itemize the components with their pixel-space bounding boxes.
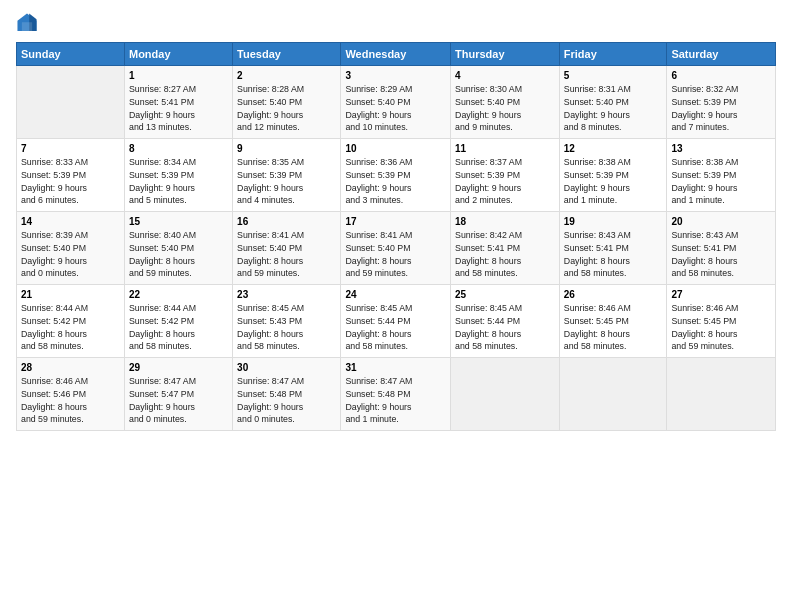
day-number: 8	[129, 143, 228, 154]
day-info: Sunrise: 8:27 AMSunset: 5:41 PMDaylight:…	[129, 83, 228, 134]
day-number: 31	[345, 362, 446, 373]
logo-icon	[16, 12, 38, 34]
weekday-header-sunday: Sunday	[17, 43, 125, 66]
day-info: Sunrise: 8:36 AMSunset: 5:39 PMDaylight:…	[345, 156, 446, 207]
day-info: Sunrise: 8:32 AMSunset: 5:39 PMDaylight:…	[671, 83, 771, 134]
day-number: 27	[671, 289, 771, 300]
calendar-cell: 22Sunrise: 8:44 AMSunset: 5:42 PMDayligh…	[124, 285, 232, 358]
day-info: Sunrise: 8:39 AMSunset: 5:40 PMDaylight:…	[21, 229, 120, 280]
calendar-cell: 21Sunrise: 8:44 AMSunset: 5:42 PMDayligh…	[17, 285, 125, 358]
calendar-cell: 7Sunrise: 8:33 AMSunset: 5:39 PMDaylight…	[17, 139, 125, 212]
weekday-header-friday: Friday	[559, 43, 667, 66]
day-info: Sunrise: 8:41 AMSunset: 5:40 PMDaylight:…	[237, 229, 336, 280]
calendar-cell	[451, 358, 560, 431]
day-number: 13	[671, 143, 771, 154]
day-info: Sunrise: 8:43 AMSunset: 5:41 PMDaylight:…	[564, 229, 663, 280]
day-info: Sunrise: 8:46 AMSunset: 5:45 PMDaylight:…	[671, 302, 771, 353]
week-row-5: 28Sunrise: 8:46 AMSunset: 5:46 PMDayligh…	[17, 358, 776, 431]
day-info: Sunrise: 8:35 AMSunset: 5:39 PMDaylight:…	[237, 156, 336, 207]
day-number: 26	[564, 289, 663, 300]
week-row-4: 21Sunrise: 8:44 AMSunset: 5:42 PMDayligh…	[17, 285, 776, 358]
day-number: 19	[564, 216, 663, 227]
week-row-2: 7Sunrise: 8:33 AMSunset: 5:39 PMDaylight…	[17, 139, 776, 212]
svg-rect-2	[22, 22, 32, 31]
day-info: Sunrise: 8:45 AMSunset: 5:44 PMDaylight:…	[455, 302, 555, 353]
calendar-cell	[17, 66, 125, 139]
calendar-cell: 29Sunrise: 8:47 AMSunset: 5:47 PMDayligh…	[124, 358, 232, 431]
calendar-cell	[667, 358, 776, 431]
calendar-cell: 25Sunrise: 8:45 AMSunset: 5:44 PMDayligh…	[451, 285, 560, 358]
weekday-header-monday: Monday	[124, 43, 232, 66]
calendar-cell: 19Sunrise: 8:43 AMSunset: 5:41 PMDayligh…	[559, 212, 667, 285]
day-number: 17	[345, 216, 446, 227]
calendar-cell: 30Sunrise: 8:47 AMSunset: 5:48 PMDayligh…	[233, 358, 341, 431]
day-info: Sunrise: 8:42 AMSunset: 5:41 PMDaylight:…	[455, 229, 555, 280]
calendar-cell: 2Sunrise: 8:28 AMSunset: 5:40 PMDaylight…	[233, 66, 341, 139]
weekday-header-row: SundayMondayTuesdayWednesdayThursdayFrid…	[17, 43, 776, 66]
day-info: Sunrise: 8:45 AMSunset: 5:43 PMDaylight:…	[237, 302, 336, 353]
calendar-cell: 23Sunrise: 8:45 AMSunset: 5:43 PMDayligh…	[233, 285, 341, 358]
day-info: Sunrise: 8:38 AMSunset: 5:39 PMDaylight:…	[671, 156, 771, 207]
day-number: 18	[455, 216, 555, 227]
day-number: 4	[455, 70, 555, 81]
day-info: Sunrise: 8:46 AMSunset: 5:45 PMDaylight:…	[564, 302, 663, 353]
day-info: Sunrise: 8:45 AMSunset: 5:44 PMDaylight:…	[345, 302, 446, 353]
logo	[16, 12, 42, 34]
calendar-cell: 1Sunrise: 8:27 AMSunset: 5:41 PMDaylight…	[124, 66, 232, 139]
calendar-cell: 10Sunrise: 8:36 AMSunset: 5:39 PMDayligh…	[341, 139, 451, 212]
day-info: Sunrise: 8:31 AMSunset: 5:40 PMDaylight:…	[564, 83, 663, 134]
calendar-cell: 17Sunrise: 8:41 AMSunset: 5:40 PMDayligh…	[341, 212, 451, 285]
calendar-page: SundayMondayTuesdayWednesdayThursdayFrid…	[0, 0, 792, 612]
day-number: 29	[129, 362, 228, 373]
calendar-cell: 28Sunrise: 8:46 AMSunset: 5:46 PMDayligh…	[17, 358, 125, 431]
day-info: Sunrise: 8:29 AMSunset: 5:40 PMDaylight:…	[345, 83, 446, 134]
day-info: Sunrise: 8:44 AMSunset: 5:42 PMDaylight:…	[129, 302, 228, 353]
day-number: 3	[345, 70, 446, 81]
day-info: Sunrise: 8:37 AMSunset: 5:39 PMDaylight:…	[455, 156, 555, 207]
day-number: 28	[21, 362, 120, 373]
day-info: Sunrise: 8:47 AMSunset: 5:48 PMDaylight:…	[345, 375, 446, 426]
day-number: 5	[564, 70, 663, 81]
day-number: 30	[237, 362, 336, 373]
day-info: Sunrise: 8:46 AMSunset: 5:46 PMDaylight:…	[21, 375, 120, 426]
weekday-header-wednesday: Wednesday	[341, 43, 451, 66]
weekday-header-thursday: Thursday	[451, 43, 560, 66]
day-info: Sunrise: 8:40 AMSunset: 5:40 PMDaylight:…	[129, 229, 228, 280]
calendar-cell: 12Sunrise: 8:38 AMSunset: 5:39 PMDayligh…	[559, 139, 667, 212]
calendar-cell: 3Sunrise: 8:29 AMSunset: 5:40 PMDaylight…	[341, 66, 451, 139]
calendar-cell	[559, 358, 667, 431]
day-number: 15	[129, 216, 228, 227]
calendar-cell: 31Sunrise: 8:47 AMSunset: 5:48 PMDayligh…	[341, 358, 451, 431]
week-row-3: 14Sunrise: 8:39 AMSunset: 5:40 PMDayligh…	[17, 212, 776, 285]
calendar-cell: 8Sunrise: 8:34 AMSunset: 5:39 PMDaylight…	[124, 139, 232, 212]
day-number: 22	[129, 289, 228, 300]
calendar-cell: 13Sunrise: 8:38 AMSunset: 5:39 PMDayligh…	[667, 139, 776, 212]
calendar-cell: 26Sunrise: 8:46 AMSunset: 5:45 PMDayligh…	[559, 285, 667, 358]
day-number: 16	[237, 216, 336, 227]
day-info: Sunrise: 8:44 AMSunset: 5:42 PMDaylight:…	[21, 302, 120, 353]
day-info: Sunrise: 8:34 AMSunset: 5:39 PMDaylight:…	[129, 156, 228, 207]
day-number: 2	[237, 70, 336, 81]
day-number: 10	[345, 143, 446, 154]
day-info: Sunrise: 8:41 AMSunset: 5:40 PMDaylight:…	[345, 229, 446, 280]
calendar-cell: 9Sunrise: 8:35 AMSunset: 5:39 PMDaylight…	[233, 139, 341, 212]
calendar-cell: 6Sunrise: 8:32 AMSunset: 5:39 PMDaylight…	[667, 66, 776, 139]
calendar-cell: 24Sunrise: 8:45 AMSunset: 5:44 PMDayligh…	[341, 285, 451, 358]
day-number: 12	[564, 143, 663, 154]
day-number: 6	[671, 70, 771, 81]
day-info: Sunrise: 8:30 AMSunset: 5:40 PMDaylight:…	[455, 83, 555, 134]
weekday-header-saturday: Saturday	[667, 43, 776, 66]
day-number: 9	[237, 143, 336, 154]
day-info: Sunrise: 8:28 AMSunset: 5:40 PMDaylight:…	[237, 83, 336, 134]
day-info: Sunrise: 8:47 AMSunset: 5:48 PMDaylight:…	[237, 375, 336, 426]
day-number: 21	[21, 289, 120, 300]
weekday-header-tuesday: Tuesday	[233, 43, 341, 66]
calendar-table: SundayMondayTuesdayWednesdayThursdayFrid…	[16, 42, 776, 431]
day-info: Sunrise: 8:33 AMSunset: 5:39 PMDaylight:…	[21, 156, 120, 207]
day-number: 25	[455, 289, 555, 300]
day-number: 24	[345, 289, 446, 300]
calendar-cell: 4Sunrise: 8:30 AMSunset: 5:40 PMDaylight…	[451, 66, 560, 139]
header	[16, 12, 776, 34]
day-number: 7	[21, 143, 120, 154]
calendar-cell: 18Sunrise: 8:42 AMSunset: 5:41 PMDayligh…	[451, 212, 560, 285]
